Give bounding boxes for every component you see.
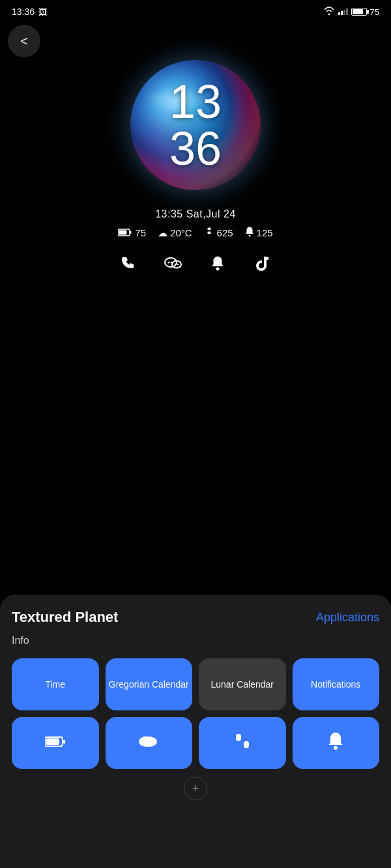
status-time: 13:36 bbox=[12, 7, 35, 17]
battery-stat-icon bbox=[118, 227, 132, 238]
back-button[interactable]: < bbox=[8, 25, 40, 57]
battery-btn-icon bbox=[45, 735, 66, 751]
bottom-hint: + bbox=[12, 777, 379, 800]
status-left: 13:36 🖼 bbox=[12, 7, 47, 17]
svg-point-12 bbox=[216, 268, 220, 271]
svg-rect-3 bbox=[207, 228, 210, 231]
info-label: Info bbox=[12, 635, 379, 647]
svg-rect-19 bbox=[244, 741, 249, 748]
add-icon: + bbox=[192, 782, 199, 796]
status-bar: 13:36 🖼 75 bbox=[0, 0, 391, 21]
weather-icon-button[interactable] bbox=[106, 717, 193, 769]
datetime-display: 13:35 Sat,Jul 24 bbox=[155, 208, 236, 220]
back-icon: < bbox=[20, 34, 28, 49]
svg-rect-4 bbox=[207, 232, 210, 234]
status-right: 75 bbox=[323, 7, 379, 17]
gallery-icon: 🖼 bbox=[38, 7, 47, 17]
svg-point-5 bbox=[248, 235, 250, 237]
svg-rect-14 bbox=[46, 738, 59, 745]
wechat-shortcut[interactable] bbox=[160, 251, 186, 277]
svg-point-17 bbox=[140, 736, 151, 744]
steps-value: 625 bbox=[217, 227, 233, 238]
planet-clock: 13 36 bbox=[130, 60, 261, 190]
time-label: Time bbox=[45, 679, 65, 690]
svg-point-11 bbox=[177, 264, 179, 265]
svg-rect-15 bbox=[63, 740, 65, 744]
battery-text: 75 bbox=[370, 7, 379, 17]
datetime-text: 13:35 Sat,Jul 24 bbox=[155, 208, 236, 219]
notifications-stat-value: 125 bbox=[257, 227, 273, 238]
gregorian-label: Gregorian Calendar bbox=[109, 679, 189, 690]
clock-minute: 36 bbox=[169, 125, 222, 172]
steps-btn-icon bbox=[234, 733, 251, 753]
shortcuts-row bbox=[116, 251, 275, 277]
clock-section: 13 36 13:35 Sat,Jul 24 75 ☁ 20°C bbox=[0, 21, 391, 277]
battery-icon-button[interactable] bbox=[12, 717, 99, 769]
applications-link[interactable]: Applications bbox=[316, 611, 379, 624]
tiktok-shortcut[interactable] bbox=[249, 251, 275, 277]
signal-icon bbox=[338, 8, 348, 15]
battery-display bbox=[351, 8, 367, 16]
lunar-label: Lunar Calendar bbox=[210, 679, 274, 690]
svg-point-20 bbox=[334, 746, 338, 750]
phone-shortcut[interactable] bbox=[116, 251, 142, 277]
steps-stat: 625 bbox=[204, 227, 233, 239]
gregorian-button[interactable]: Gregorian Calendar bbox=[106, 658, 193, 710]
bottom-panel: Textured Planet Applications Info Time G… bbox=[0, 595, 391, 868]
lunar-button[interactable]: Lunar Calendar bbox=[199, 658, 286, 710]
grid-row-1: Time Gregorian Calendar Lunar Calendar N… bbox=[12, 658, 379, 710]
notification-stat-icon bbox=[245, 227, 254, 239]
weather-icon: ☁ bbox=[158, 227, 167, 239]
svg-rect-2 bbox=[130, 231, 132, 234]
clock-hour: 13 bbox=[169, 78, 222, 125]
notifications-stat: 125 bbox=[245, 227, 273, 239]
panel-header: Textured Planet Applications bbox=[12, 609, 379, 626]
alerts-btn-icon bbox=[327, 732, 344, 754]
steps-icon-button[interactable] bbox=[199, 717, 286, 769]
wifi-icon bbox=[323, 7, 335, 17]
svg-rect-18 bbox=[236, 734, 241, 741]
battery-stat-value: 75 bbox=[135, 227, 146, 238]
notifications-label: Notifications bbox=[311, 679, 360, 690]
svg-rect-1 bbox=[119, 231, 127, 235]
svg-point-10 bbox=[175, 264, 176, 265]
weather-btn-icon bbox=[139, 734, 158, 752]
panel-title: Textured Planet bbox=[12, 609, 118, 626]
grid-row-2 bbox=[12, 717, 379, 769]
svg-point-7 bbox=[168, 262, 170, 264]
weather-stat: ☁ 20°C bbox=[158, 227, 192, 239]
battery-stat: 75 bbox=[118, 227, 146, 238]
add-hint[interactable]: + bbox=[184, 777, 207, 800]
weather-value: 20°C bbox=[170, 227, 192, 238]
stats-row: 75 ☁ 20°C 625 125 bbox=[118, 227, 272, 239]
alerts-icon-button[interactable] bbox=[293, 717, 380, 769]
steps-icon bbox=[204, 227, 214, 239]
bell-shortcut[interactable] bbox=[205, 251, 231, 277]
time-button[interactable]: Time bbox=[12, 658, 99, 710]
notifications-button[interactable]: Notifications bbox=[293, 658, 380, 710]
